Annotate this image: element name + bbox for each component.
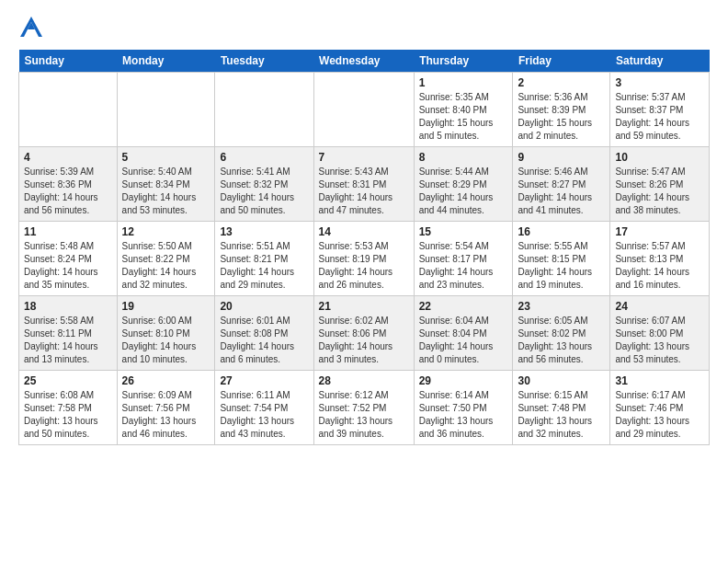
calendar-cell: 29Sunrise: 6:14 AMSunset: 7:50 PMDayligh… <box>414 371 513 445</box>
logo <box>18 15 46 40</box>
weekday-saturday: Saturday <box>610 50 710 73</box>
day-number: 1 <box>419 76 508 89</box>
day-number: 28 <box>319 374 409 387</box>
weekday-sunday: Sunday <box>19 50 118 73</box>
day-info: Sunrise: 6:15 AMSunset: 7:48 PMDaylight:… <box>518 389 605 441</box>
day-number: 13 <box>220 225 308 238</box>
calendar-cell: 26Sunrise: 6:09 AMSunset: 7:56 PMDayligh… <box>117 371 215 445</box>
day-info: Sunrise: 5:40 AMSunset: 8:34 PMDaylight:… <box>122 166 210 217</box>
day-info: Sunrise: 6:04 AMSunset: 8:04 PMDaylight:… <box>419 315 508 366</box>
day-number: 29 <box>419 374 508 387</box>
calendar-cell: 3Sunrise: 5:37 AMSunset: 8:37 PMDaylight… <box>610 73 710 147</box>
day-info: Sunrise: 6:05 AMSunset: 8:02 PMDaylight:… <box>518 315 605 366</box>
day-info: Sunrise: 6:02 AMSunset: 8:06 PMDaylight:… <box>319 315 409 366</box>
calendar-cell: 15Sunrise: 5:54 AMSunset: 8:17 PMDayligh… <box>414 222 513 296</box>
day-number: 8 <box>419 151 508 164</box>
day-number: 27 <box>220 374 308 387</box>
calendar-cell: 27Sunrise: 6:11 AMSunset: 7:54 PMDayligh… <box>215 371 313 445</box>
day-info: Sunrise: 5:43 AMSunset: 8:31 PMDaylight:… <box>319 166 409 217</box>
week-row-5: 25Sunrise: 6:08 AMSunset: 7:58 PMDayligh… <box>19 371 710 445</box>
day-info: Sunrise: 5:54 AMSunset: 8:17 PMDaylight:… <box>419 240 508 292</box>
calendar-cell: 23Sunrise: 6:05 AMSunset: 8:02 PMDayligh… <box>513 296 610 371</box>
day-number: 19 <box>122 300 210 313</box>
day-info: Sunrise: 5:47 AMSunset: 8:26 PMDaylight:… <box>615 166 704 217</box>
day-info: Sunrise: 5:35 AMSunset: 8:40 PMDaylight:… <box>419 91 508 143</box>
day-info: Sunrise: 5:55 AMSunset: 8:15 PMDaylight:… <box>518 240 605 292</box>
weekday-friday: Friday <box>513 50 610 73</box>
calendar-cell: 4Sunrise: 5:39 AMSunset: 8:36 PMDaylight… <box>19 147 118 222</box>
calendar-cell: 22Sunrise: 6:04 AMSunset: 8:04 PMDayligh… <box>414 296 513 371</box>
day-number: 11 <box>24 225 112 238</box>
day-info: Sunrise: 6:08 AMSunset: 7:58 PMDaylight:… <box>24 389 112 441</box>
day-info: Sunrise: 5:37 AMSunset: 8:37 PMDaylight:… <box>615 91 704 143</box>
calendar-cell: 19Sunrise: 6:00 AMSunset: 8:10 PMDayligh… <box>117 296 215 371</box>
week-row-4: 18Sunrise: 5:58 AMSunset: 8:11 PMDayligh… <box>19 296 710 371</box>
calendar-cell: 25Sunrise: 6:08 AMSunset: 7:58 PMDayligh… <box>19 371 118 445</box>
calendar-cell: 18Sunrise: 5:58 AMSunset: 8:11 PMDayligh… <box>19 296 118 371</box>
day-number: 26 <box>122 374 210 387</box>
day-info: Sunrise: 6:09 AMSunset: 7:56 PMDaylight:… <box>122 389 210 441</box>
day-number: 9 <box>518 151 605 164</box>
calendar-cell: 5Sunrise: 5:40 AMSunset: 8:34 PMDaylight… <box>117 147 215 222</box>
day-number: 10 <box>615 151 704 164</box>
calendar-cell: 2Sunrise: 5:36 AMSunset: 8:39 PMDaylight… <box>513 73 610 147</box>
calendar-cell <box>313 73 414 147</box>
day-info: Sunrise: 5:41 AMSunset: 8:32 PMDaylight:… <box>220 166 308 217</box>
calendar-cell: 14Sunrise: 5:53 AMSunset: 8:19 PMDayligh… <box>313 222 414 296</box>
calendar-cell: 12Sunrise: 5:50 AMSunset: 8:22 PMDayligh… <box>117 222 215 296</box>
weekday-wednesday: Wednesday <box>313 50 414 73</box>
day-number: 3 <box>615 76 704 89</box>
calendar-table: SundayMondayTuesdayWednesdayThursdayFrid… <box>18 50 710 445</box>
weekday-monday: Monday <box>117 50 215 73</box>
day-number: 16 <box>518 225 605 238</box>
calendar-body: 1Sunrise: 5:35 AMSunset: 8:40 PMDaylight… <box>19 73 710 445</box>
day-info: Sunrise: 5:46 AMSunset: 8:27 PMDaylight:… <box>518 166 605 217</box>
day-number: 18 <box>24 300 112 313</box>
calendar-cell: 16Sunrise: 5:55 AMSunset: 8:15 PMDayligh… <box>513 222 610 296</box>
calendar-header: SundayMondayTuesdayWednesdayThursdayFrid… <box>19 50 710 73</box>
calendar-cell <box>19 73 118 147</box>
day-info: Sunrise: 6:17 AMSunset: 7:46 PMDaylight:… <box>615 389 704 441</box>
day-number: 5 <box>122 151 210 164</box>
calendar-cell: 1Sunrise: 5:35 AMSunset: 8:40 PMDaylight… <box>414 73 513 147</box>
calendar-cell: 21Sunrise: 6:02 AMSunset: 8:06 PMDayligh… <box>313 296 414 371</box>
calendar-cell: 10Sunrise: 5:47 AMSunset: 8:26 PMDayligh… <box>610 147 710 222</box>
day-info: Sunrise: 5:58 AMSunset: 8:11 PMDaylight:… <box>24 315 112 366</box>
weekday-tuesday: Tuesday <box>215 50 313 73</box>
day-number: 14 <box>319 225 409 238</box>
day-number: 30 <box>518 374 605 387</box>
weekday-thursday: Thursday <box>414 50 513 73</box>
calendar-cell: 28Sunrise: 6:12 AMSunset: 7:52 PMDayligh… <box>313 371 414 445</box>
calendar-cell: 6Sunrise: 5:41 AMSunset: 8:32 PMDaylight… <box>215 147 313 222</box>
calendar-cell: 24Sunrise: 6:07 AMSunset: 8:00 PMDayligh… <box>610 296 710 371</box>
day-number: 22 <box>419 300 508 313</box>
day-info: Sunrise: 5:50 AMSunset: 8:22 PMDaylight:… <box>122 240 210 292</box>
day-number: 25 <box>24 374 112 387</box>
day-info: Sunrise: 6:11 AMSunset: 7:54 PMDaylight:… <box>220 389 308 441</box>
day-number: 23 <box>518 300 605 313</box>
day-number: 24 <box>615 300 704 313</box>
day-info: Sunrise: 6:07 AMSunset: 8:00 PMDaylight:… <box>615 315 704 366</box>
calendar-cell: 9Sunrise: 5:46 AMSunset: 8:27 PMDaylight… <box>513 147 610 222</box>
day-info: Sunrise: 6:01 AMSunset: 8:08 PMDaylight:… <box>220 315 308 366</box>
day-number: 20 <box>220 300 308 313</box>
week-row-3: 11Sunrise: 5:48 AMSunset: 8:24 PMDayligh… <box>19 222 710 296</box>
day-number: 31 <box>615 374 704 387</box>
day-number: 21 <box>319 300 409 313</box>
day-info: Sunrise: 5:48 AMSunset: 8:24 PMDaylight:… <box>24 240 112 292</box>
calendar-cell: 20Sunrise: 6:01 AMSunset: 8:08 PMDayligh… <box>215 296 313 371</box>
day-info: Sunrise: 6:12 AMSunset: 7:52 PMDaylight:… <box>319 389 409 441</box>
day-info: Sunrise: 5:51 AMSunset: 8:21 PMDaylight:… <box>220 240 308 292</box>
day-number: 4 <box>24 151 112 164</box>
header <box>18 15 710 40</box>
page: SundayMondayTuesdayWednesdayThursdayFrid… <box>0 0 728 460</box>
calendar-cell: 11Sunrise: 5:48 AMSunset: 8:24 PMDayligh… <box>19 222 118 296</box>
calendar-cell <box>215 73 313 147</box>
day-number: 7 <box>319 151 409 164</box>
day-info: Sunrise: 5:36 AMSunset: 8:39 PMDaylight:… <box>518 91 605 143</box>
logo-icon <box>18 15 44 40</box>
calendar-cell: 8Sunrise: 5:44 AMSunset: 8:29 PMDaylight… <box>414 147 513 222</box>
day-number: 12 <box>122 225 210 238</box>
weekday-row: SundayMondayTuesdayWednesdayThursdayFrid… <box>19 50 710 73</box>
day-info: Sunrise: 5:53 AMSunset: 8:19 PMDaylight:… <box>319 240 409 292</box>
